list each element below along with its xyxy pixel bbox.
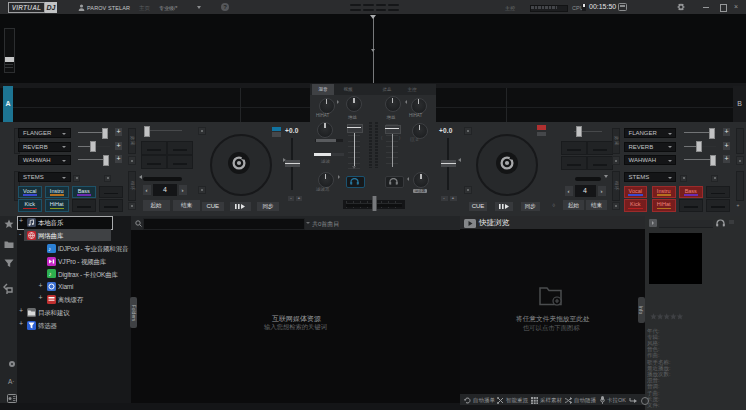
svg-text:♪: ♪ xyxy=(48,246,51,252)
svg-text:♪: ♪ xyxy=(48,271,51,277)
